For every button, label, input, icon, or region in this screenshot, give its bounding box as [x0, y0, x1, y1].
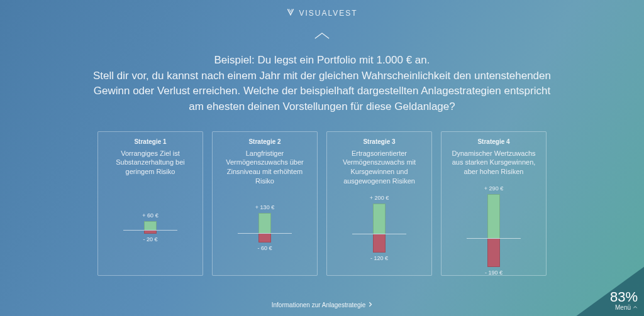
gain-label: + 60 € [142, 212, 158, 219]
strategy-description: Ertragsorientierter Vermögenszuwachs mit… [332, 149, 426, 186]
gain-label: + 200 € [370, 195, 389, 201]
loss-bar [487, 239, 500, 268]
strategy-chart: + 290 €- 190 € [447, 185, 541, 276]
strategy-card-1[interactable]: Strategie 1Vorrangiges Ziel ist Substanz… [97, 131, 203, 276]
strategy-description: Langfristiger Vermögenszuwachs über Zins… [218, 149, 312, 186]
gain-label: + 290 € [484, 185, 503, 192]
progress-text: 83% Menü [610, 290, 638, 311]
gain-bar [487, 194, 500, 238]
previous-step-button[interactable] [0, 30, 644, 41]
loss-label: - 120 € [370, 255, 388, 261]
strategy-title: Strategie 3 [363, 138, 395, 145]
brand-name: VISUALVEST [299, 9, 357, 18]
strategy-chart: + 60 €- 20 € [103, 185, 197, 270]
loss-bar [144, 231, 157, 234]
strategy-title: Strategie 4 [477, 138, 509, 145]
progress-menu-label: Menü [615, 304, 631, 311]
loss-label: - 20 € [143, 236, 157, 242]
question-text: Beispiel: Du legst ein Portfolio mit 1.0… [89, 53, 555, 115]
strategy-card-3[interactable]: Strategie 3Ertragsorientierter Vermögens… [326, 131, 432, 276]
strategy-title: Strategie 1 [134, 138, 166, 145]
info-link[interactable]: Informationen zur Anlagestrategie [272, 302, 373, 308]
brand-logo-icon [286, 8, 295, 19]
strategy-description: Dynamischer Wertzuwachs aus starken Kurs… [447, 149, 541, 185]
strategy-card-row: Strategie 1Vorrangiges Ziel ist Substanz… [0, 131, 644, 276]
strategy-description: Vorrangiges Ziel ist Substanzerhaltung b… [103, 149, 197, 185]
gain-bar [373, 204, 386, 234]
info-link-label: Informationen zur Anlagestrategie [272, 302, 366, 308]
chevron-right-icon [368, 302, 372, 308]
strategy-chart: + 200 €- 120 € [332, 186, 426, 270]
loss-bar [258, 234, 271, 242]
loss-bar [373, 234, 386, 253]
loss-label: - 190 € [485, 270, 502, 276]
loss-label: - 60 € [257, 245, 272, 251]
progress-percent: 83% [610, 290, 638, 304]
strategy-title: Strategie 2 [248, 138, 280, 145]
gain-bar [144, 221, 157, 230]
gain-label: + 130 € [255, 204, 274, 210]
chevron-up-small-icon [633, 304, 638, 311]
gain-bar [258, 213, 271, 232]
strategy-card-2[interactable]: Strategie 2Langfristiger Vermögenszuwach… [212, 131, 318, 276]
progress-menu-button[interactable]: 83% Menü [575, 266, 644, 316]
strategy-card-4[interactable]: Strategie 4Dynamischer Wertzuwachs aus s… [441, 131, 547, 276]
strategy-chart: + 130 €- 60 € [218, 186, 312, 270]
brand-header: VISUALVEST [0, 0, 644, 19]
